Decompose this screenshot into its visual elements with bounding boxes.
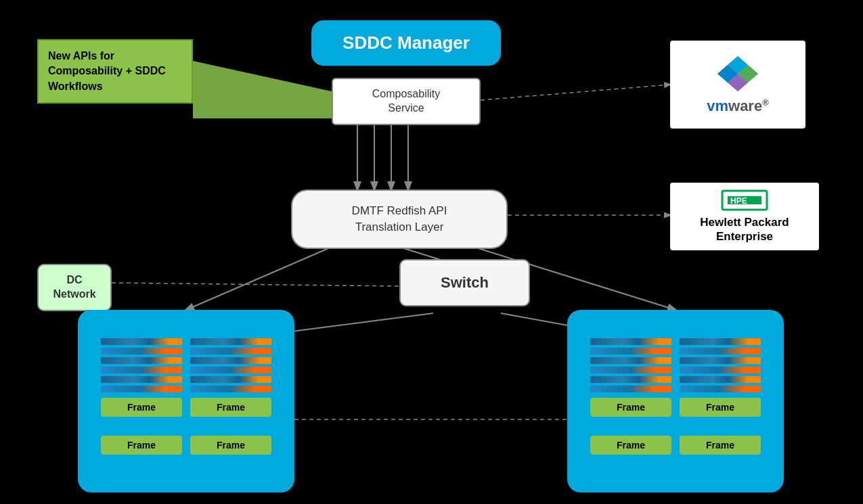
frame-label-r4: Frame [680,436,761,455]
switch-box: Switch [399,259,530,306]
svg-text:HPE: HPE [730,196,747,206]
rack-unit [680,357,761,364]
rack-unit [680,376,761,383]
rack-unit [190,348,271,354]
rack-left-2: Frame Frame [190,338,271,455]
rack-unit [590,386,671,392]
rack-unit [590,357,671,364]
sddc-manager-box: SDDC Manager [311,20,501,66]
hpe-logo-box: HPE Hewlett PackardEnterprise [670,183,819,250]
rack-container-left: Frame Frame Frame Frame [87,338,285,455]
composability-service-label: ComposabilityService [372,88,440,114]
rack-unit [101,348,182,354]
frame-label-3: Frame [101,436,182,455]
sddc-manager-title: SDDC Manager [342,32,470,53]
rack-unit [680,386,761,392]
rack-unit [680,348,761,354]
rack-unit [101,338,182,345]
rack-unit [590,376,671,383]
rack-container-right: Frame Frame Frame Frame [577,338,774,455]
frame-label-r3: Frame [590,436,671,455]
rack-unit [590,348,671,354]
frame-label-r2: Frame [680,398,761,417]
composability-service-box: ComposabilityService [332,78,481,125]
new-apis-label: New APIs for Composability + SDDC Workfl… [37,39,193,104]
new-apis-text: New APIs for Composability + SDDC Workfl… [48,50,166,92]
frame-label-1: Frame [101,398,182,417]
cluster-right: One View Frame Frame [567,310,784,492]
rack-unit [101,367,182,373]
dc-network-label: DCNetwork [53,274,95,300]
frame-label-2: Frame [190,398,271,417]
svg-line-10 [186,247,332,310]
dmtf-label: DMTF Redfish APITranslation Layer [352,204,447,233]
hpe-text: Hewlett PackardEnterprise [700,215,789,244]
vmware-logo-icon [711,55,765,92]
rack-unit [190,338,271,345]
rack-unit [190,367,271,373]
vmware-logo-box: vmware® [670,41,805,129]
svg-marker-0 [193,61,332,118]
rack-right-1: Frame Frame [590,338,671,455]
rack-unit [101,376,182,383]
svg-line-14 [112,283,399,286]
rack-unit [190,376,271,383]
svg-line-7 [481,85,670,100]
dc-network-box: DCNetwork [37,264,112,311]
vmware-text: vmware® [707,97,769,115]
rack-unit [101,357,182,364]
architecture-diagram: New APIs for Composability + SDDC Workfl… [0,0,863,504]
switch-label: Switch [441,274,489,291]
rack-unit [190,357,271,364]
rack-left-1: Frame Frame [101,338,182,455]
rack-unit [190,386,271,392]
rack-unit [680,367,761,373]
svg-line-1 [193,61,332,91]
frame-label-r1: Frame [590,398,671,417]
rack-unit [590,367,671,373]
rack-unit [101,386,182,392]
rack-right-2: Frame Frame [680,338,761,455]
rack-unit [680,338,761,345]
cluster-left: One View Frame Frame [78,310,294,492]
dmtf-box: DMTF Redfish APITranslation Layer [291,189,508,249]
rack-unit [590,338,671,345]
frame-label-4: Frame [190,436,271,455]
hpe-logo-icon: HPE [721,189,768,211]
